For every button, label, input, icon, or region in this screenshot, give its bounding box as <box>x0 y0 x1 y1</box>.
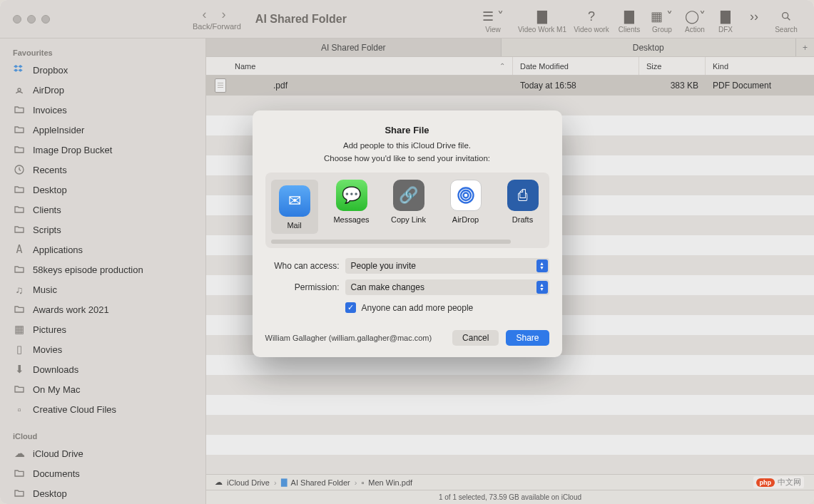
select-arrows-icon: ▲▼ <box>536 259 548 272</box>
drafts-icon: ⎙ <box>507 180 539 211</box>
access-label: Who can access: <box>265 261 340 271</box>
permission-label: Permission: <box>265 282 340 292</box>
sheet-user: William Gallagher (william.gallagher@mac… <box>265 334 446 342</box>
select-arrows-icon: ▲▼ <box>536 281 548 294</box>
checkbox-label: Anyone can add more people <box>362 303 474 313</box>
share-button[interactable]: Share <box>506 330 549 346</box>
link-icon: 🔗 <box>393 180 424 211</box>
airdrop-icon <box>450 180 482 211</box>
watermark: php中文网 <box>753 476 805 488</box>
sheet-subtitle-1: Add people to this iCloud Drive file. <box>265 141 549 150</box>
share-app-scroller: ✉Mail 💬Messages 🔗Copy Link AirDrop ⎙Draf… <box>265 173 549 248</box>
modal-overlay: Share File Add people to this iCloud Dri… <box>0 0 814 504</box>
permission-select[interactable]: Can make changes▲▼ <box>345 279 549 295</box>
share-app-mail[interactable]: ✉Mail <box>271 180 318 234</box>
svg-point-4 <box>463 193 468 198</box>
scrollbar[interactable] <box>271 240 511 244</box>
cancel-button[interactable]: Cancel <box>452 330 499 346</box>
share-sheet: Share File Add people to this iCloud Dri… <box>253 110 562 357</box>
messages-icon: 💬 <box>336 180 367 211</box>
anyone-add-checkbox[interactable]: ✓ <box>345 302 356 313</box>
share-app-messages[interactable]: 💬Messages <box>328 180 375 234</box>
access-select[interactable]: People you invite▲▼ <box>345 258 549 274</box>
mail-icon: ✉ <box>279 185 310 217</box>
svg-point-5 <box>461 190 471 200</box>
sheet-subtitle-2: Choose how you'd like to send your invit… <box>265 154 549 163</box>
share-app-copylink[interactable]: 🔗Copy Link <box>385 180 432 234</box>
sheet-title: Share File <box>265 125 549 135</box>
share-app-airdrop[interactable]: AirDrop <box>442 180 489 234</box>
share-app-drafts[interactable]: ⎙Drafts <box>499 180 546 234</box>
